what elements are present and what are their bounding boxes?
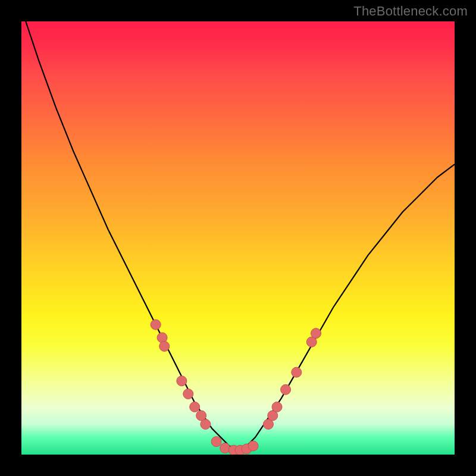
data-marker <box>272 402 282 412</box>
data-marker <box>201 419 211 430</box>
marker-group <box>151 320 321 455</box>
data-marker <box>190 402 200 412</box>
data-marker <box>311 328 321 339</box>
data-marker <box>183 389 193 399</box>
watermark: TheBottleneck.com <box>353 4 468 19</box>
data-marker <box>248 441 258 451</box>
chart-svg <box>21 21 455 455</box>
data-marker <box>211 437 221 447</box>
data-marker <box>177 376 187 386</box>
data-marker <box>151 320 161 330</box>
bottleneck-curve <box>26 21 455 450</box>
data-marker <box>292 367 302 377</box>
chart-frame: TheBottleneck.com <box>0 0 476 476</box>
plot-area <box>21 21 455 455</box>
data-marker <box>159 342 170 352</box>
data-marker <box>281 384 291 394</box>
